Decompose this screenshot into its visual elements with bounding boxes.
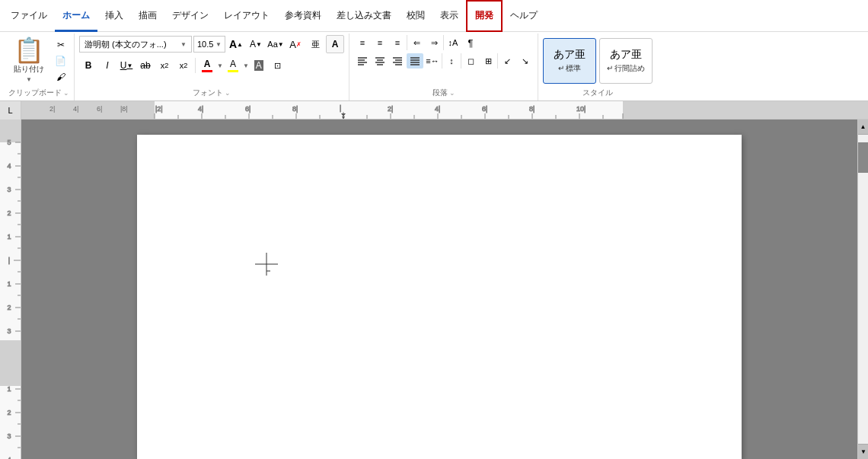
paragraph-label: 段落 ⌄ (354, 86, 533, 100)
highlight-arrow[interactable]: ▼ (243, 62, 249, 69)
font-border-icon: A (332, 39, 339, 49)
menu-home[interactable]: ホーム (55, 0, 97, 32)
tab-stop-button[interactable]: L (0, 101, 21, 120)
menu-insert[interactable]: 挿入 (97, 0, 131, 32)
para-top-row: ≡ ≡ ≡ ⇐ ⇒ ↕A ¶ (354, 35, 479, 50)
svg-rect-57 (0, 386, 21, 459)
menu-developer[interactable]: 開発 (466, 0, 503, 32)
clipboard-expand-icon[interactable]: ⌄ (63, 89, 69, 97)
clear-format-button[interactable]: A✗ (286, 35, 305, 53)
border-button[interactable]: ⊞ (480, 53, 496, 69)
indent-right-button[interactable]: ↘ (516, 53, 533, 69)
decrease-indent-button[interactable]: ⇐ (408, 35, 425, 50)
svg-text:|: | (340, 104, 341, 112)
clipboard-side: ✂ 📄 🖌 (52, 35, 69, 86)
styles-list: あア亜 ↵ 標準 あア亜 ↵ 行間詰め (543, 38, 653, 84)
align-left-button[interactable] (354, 53, 371, 69)
font-border-button[interactable]: A (326, 35, 344, 53)
style-tight-text: あア亜 (610, 48, 642, 62)
svg-text:3: 3 (7, 432, 11, 440)
menu-design[interactable]: デザイン (164, 0, 216, 32)
para-divider-2 (443, 35, 444, 50)
align-right-button[interactable] (389, 53, 406, 69)
char-shading-button[interactable]: A (250, 56, 268, 75)
svg-text:2: 2 (7, 409, 11, 416)
font-name-dropdown[interactable]: 游明朝 (本文のフォ...) ▼ (79, 36, 192, 53)
menu-review[interactable]: 校閲 (399, 0, 432, 32)
paste-label: 貼り付け (14, 64, 44, 75)
numbering-button[interactable]: ≡ (372, 35, 388, 50)
increase-indent-button[interactable]: ⇒ (426, 35, 442, 50)
text-cursor (255, 253, 278, 277)
svg-text:|8|: |8| (120, 105, 128, 113)
line-spacing-button[interactable]: ↕ (443, 53, 460, 69)
font-expand-icon[interactable]: ⌄ (225, 89, 231, 97)
menu-help[interactable]: ヘルプ (503, 0, 545, 32)
scroll-down-button[interactable]: ▼ (858, 444, 868, 459)
font-color-button[interactable]: A (198, 56, 216, 75)
font-shrink-button[interactable]: A▼ (247, 35, 265, 53)
font-grow-button[interactable]: A▲ (227, 35, 245, 53)
menu-references[interactable]: 参考資料 (277, 0, 329, 32)
bullets-button[interactable]: ≡ (354, 35, 371, 50)
svg-text:6|: 6| (97, 105, 102, 113)
sort-button[interactable]: ↕A (445, 35, 461, 50)
paste-button[interactable]: 📋 貼り付け ▼ (8, 35, 50, 86)
superscript-button[interactable]: x2 (174, 56, 193, 75)
font-color-arrow[interactable]: ▼ (217, 62, 223, 69)
vertical-scrollbar[interactable]: ▲ ▼ (857, 120, 868, 459)
char-border-button[interactable]: ⊡ (269, 56, 287, 75)
scroll-up-button[interactable]: ▲ (858, 120, 868, 135)
svg-text:2|: 2| (388, 105, 393, 113)
menu-file[interactable]: ファイル (3, 0, 55, 32)
styles-label: スタイル (543, 86, 653, 100)
strikethrough-button[interactable]: ab (136, 56, 155, 75)
format-painter-button[interactable]: 🖌 (52, 69, 69, 84)
horizontal-ruler: |2| 4| 6| 8| | 2| (21, 101, 868, 119)
align-justify-button[interactable] (407, 53, 423, 69)
clipboard-content: 📋 貼り付け ▼ ✂ 📄 🖌 (8, 35, 69, 86)
svg-text:3: 3 (7, 327, 11, 335)
para-divider-5 (497, 53, 498, 69)
highlight-color-button[interactable]: A (224, 56, 242, 75)
paste-icon: 📋 (14, 38, 44, 62)
vertical-ruler: 5 4 3 2 1 | 1 2 3 1 (0, 120, 21, 459)
menu-draw[interactable]: 描画 (131, 0, 164, 32)
ruler-svg: |2| 4| 6| 8| | 2| (21, 101, 868, 119)
style-tight[interactable]: あア亜 ↵ 行間詰め (599, 38, 653, 84)
page-canvas (21, 120, 857, 459)
italic-button[interactable]: I (98, 56, 116, 75)
scroll-thumb[interactable] (858, 142, 868, 173)
font-size-dropdown[interactable]: 10.5 ▼ (193, 36, 225, 53)
change-case-button[interactable]: Aa▼ (266, 35, 285, 53)
font-name-label: 游明朝 (本文のフォ...) (85, 39, 167, 50)
subscript-button[interactable]: x2 (155, 56, 174, 75)
menu-view[interactable]: 表示 (432, 0, 466, 32)
para-divider-4 (461, 53, 461, 69)
style-normal[interactable]: あア亜 ↵ 標準 (543, 38, 596, 84)
svg-text:2: 2 (7, 304, 11, 311)
menu-mailings[interactable]: 差し込み文書 (329, 0, 399, 32)
distributed-button[interactable]: ≡↔ (424, 53, 441, 69)
menu-layout[interactable]: レイアウト (216, 0, 277, 32)
highlight-icon: A (230, 59, 236, 69)
tab-stop-icon: L (8, 106, 12, 115)
copy-button[interactable]: 📄 (52, 53, 69, 69)
multilevel-button[interactable]: ≡ (389, 35, 406, 50)
svg-text:|2|: |2| (155, 105, 163, 113)
para-divider-3 (442, 53, 442, 69)
paragraph-group: ≡ ≡ ≡ ⇐ ⇒ ↕A ¶ (349, 33, 538, 100)
svg-text:3: 3 (7, 186, 11, 193)
indent-left-button[interactable]: ↙ (499, 53, 515, 69)
cut-button[interactable]: ✂ (52, 37, 69, 53)
text-effect-button[interactable]: 亜 (306, 35, 324, 53)
svg-text:2|: 2| (49, 105, 55, 113)
paragraph-expand-icon[interactable]: ⌄ (449, 89, 455, 97)
font-size-label: 10.5 (197, 40, 213, 49)
show-marks-button[interactable]: ¶ (462, 35, 479, 50)
bold-button[interactable]: B (79, 56, 97, 75)
shading-button[interactable]: ◻ (462, 53, 479, 69)
document-page[interactable] (137, 135, 742, 459)
align-center-button[interactable] (372, 53, 388, 69)
underline-button[interactable]: U▼ (117, 56, 136, 75)
